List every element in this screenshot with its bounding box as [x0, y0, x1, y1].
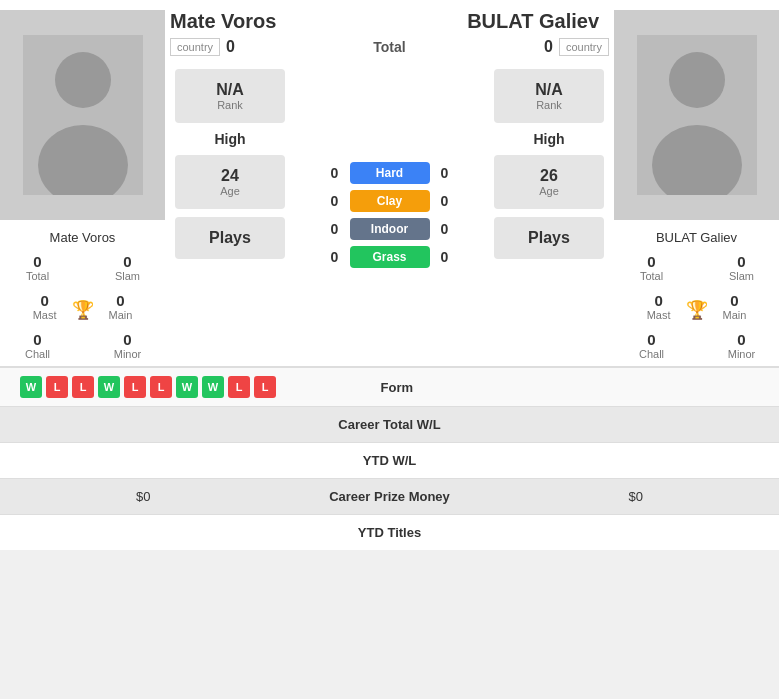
left-player-name-below: Mate Voros — [50, 230, 116, 245]
left-detail-col: N/A Rank High 24 Age Plays — [165, 64, 295, 366]
right-trophy-row: 0 Mast 🏆 0 Main — [647, 292, 747, 327]
mid-detail: N/A Rank High 24 Age Plays 0 Hard 0 — [165, 64, 614, 366]
right-player-stats: 0 Total 0 Slam — [614, 253, 779, 288]
left-player-stats2: 0 Chall 0 Minor — [0, 331, 165, 366]
hard-row: 0 Hard 0 — [326, 162, 454, 184]
prize-right: $0 — [513, 489, 759, 504]
prize-left: $0 — [20, 489, 266, 504]
right-rank-box: N/A Rank — [494, 69, 604, 123]
total-center-label: Total — [373, 39, 405, 55]
right-age-box: 26 Age — [494, 155, 604, 209]
right-trophy-icon: 🏆 — [686, 299, 708, 321]
left-trophy-icon: 🏆 — [72, 299, 94, 321]
right-player-photo-col: BULAT Galiev 0 Total 0 Slam 0 Mast 🏆 0 M… — [614, 0, 779, 366]
left-minor-stat: 0 Minor — [90, 331, 165, 366]
career-wl-label: Career Total W/L — [266, 417, 512, 432]
left-plays-box: Plays — [175, 217, 285, 259]
form-badge-l: L — [150, 376, 172, 398]
form-badge-l: L — [228, 376, 250, 398]
right-player-stats2: 0 Chall 0 Minor — [614, 331, 779, 366]
form-badges-left: WLLWLLWWLL — [20, 376, 276, 398]
svg-point-1 — [55, 52, 111, 108]
hard-button[interactable]: Hard — [350, 162, 430, 184]
form-badge-w: W — [202, 376, 224, 398]
ytd-titles-label: YTD Titles — [266, 525, 512, 540]
right-total-stat: 0 Total — [614, 253, 689, 288]
names-row: Mate Voros BULAT Galiev — [165, 0, 614, 38]
right-player-photo — [614, 10, 779, 220]
left-chall-stat: 0 Chall — [0, 331, 75, 366]
right-slam-stat: 0 Slam — [704, 253, 779, 288]
form-label: Form — [276, 380, 518, 395]
left-trophy-row: 0 Mast 🏆 0 Main — [33, 292, 133, 327]
form-badge-l: L — [72, 376, 94, 398]
right-high-text: High — [533, 131, 564, 147]
country-total-row: country 0 Total 0 country — [165, 38, 614, 64]
ytd-wl-label: YTD W/L — [266, 453, 512, 468]
left-main-stat: 0 Main — [109, 292, 133, 327]
form-badge-w: W — [20, 376, 42, 398]
right-country-total: 0 country — [544, 38, 609, 56]
form-badge-l: L — [124, 376, 146, 398]
indoor-button[interactable]: Indoor — [350, 218, 430, 240]
right-total-score: 0 — [544, 38, 553, 56]
left-player-photo — [0, 10, 165, 220]
right-plays-box: Plays — [494, 217, 604, 259]
grass-button[interactable]: Grass — [350, 246, 430, 268]
form-badges: WLLWLLWWLL — [20, 376, 276, 398]
right-mast-stat: 0 Mast — [647, 292, 671, 327]
form-badge-w: W — [98, 376, 120, 398]
left-age-box: 24 Age — [175, 155, 285, 209]
right-detail-col: N/A Rank High 26 Age Plays — [484, 64, 614, 366]
ytd-titles-row: YTD Titles — [0, 514, 779, 550]
center-col: Mate Voros BULAT Galiev country 0 Total … — [165, 0, 614, 366]
form-badge-l: L — [46, 376, 68, 398]
left-player-stats: 0 Total 0 Slam — [0, 253, 165, 288]
left-slam-stat: 0 Slam — [90, 253, 165, 288]
indoor-row: 0 Indoor 0 — [326, 218, 454, 240]
grass-row: 0 Grass 0 — [326, 246, 454, 268]
bottom-stats: WLLWLLWWLL Form Career Total W/L YTD W/L… — [0, 367, 779, 550]
right-player-name-below: BULAT Galiev — [656, 230, 737, 245]
ytd-wl-row: YTD W/L — [0, 442, 779, 478]
left-country-total: country 0 — [170, 38, 235, 56]
player-comparison-area: Mate Voros 0 Total 0 Slam 0 Mast 🏆 0 Mai… — [0, 0, 779, 367]
clay-button[interactable]: Clay — [350, 190, 430, 212]
right-minor-stat: 0 Minor — [704, 331, 779, 366]
career-wl-row: Career Total W/L — [0, 406, 779, 442]
left-player-main-name: Mate Voros — [170, 10, 276, 33]
form-row: WLLWLLWWLL Form — [0, 367, 779, 406]
right-chall-stat: 0 Chall — [614, 331, 689, 366]
right-player-main-name: BULAT Galiev — [467, 10, 599, 33]
left-total-stat: 0 Total — [0, 253, 75, 288]
left-total-score: 0 — [226, 38, 235, 56]
left-player-photo-col: Mate Voros 0 Total 0 Slam 0 Mast 🏆 0 Mai… — [0, 0, 165, 366]
left-mast-stat: 0 Mast — [33, 292, 57, 327]
clay-row: 0 Clay 0 — [326, 190, 454, 212]
prize-label: Career Prize Money — [266, 489, 512, 504]
right-main-stat: 0 Main — [723, 292, 747, 327]
surface-buttons-col: 0 Hard 0 0 Clay 0 0 Indoor 0 0 Grass — [295, 64, 484, 366]
form-badge-l: L — [254, 376, 276, 398]
prize-row: $0 Career Prize Money $0 — [0, 478, 779, 514]
left-rank-box: N/A Rank — [175, 69, 285, 123]
svg-point-4 — [669, 52, 725, 108]
form-badge-w: W — [176, 376, 198, 398]
left-high-text: High — [214, 131, 245, 147]
